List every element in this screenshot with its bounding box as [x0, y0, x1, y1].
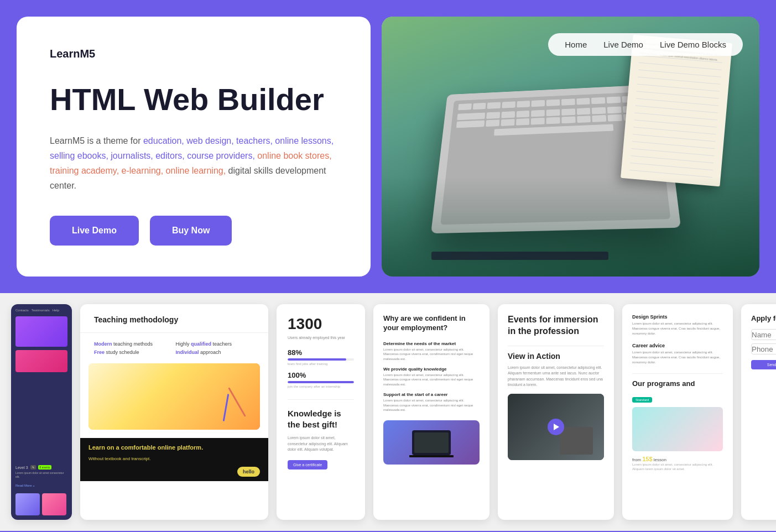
- laptop-image: [383, 420, 480, 465]
- apply-title: Apply for study: [751, 314, 776, 322]
- sidebar-purple-widget: [15, 316, 67, 347]
- stat-row-1: 88% learn find jobs after training: [288, 348, 354, 366]
- video-thumbnail[interactable]: [508, 394, 604, 460]
- knowledge-title: Knowledge is the best gift!: [288, 408, 354, 430]
- apply-name-field[interactable]: [751, 329, 776, 340]
- dark-sidebar-preview: Contacts Testimonials Help Level 3 ✎ 8 e…: [11, 304, 72, 520]
- design-item-1: Design Sprints Lorem ipsum dolor sit ame…: [632, 314, 723, 336]
- hero-description: LearnM5 is a theme for education, web de…: [50, 133, 337, 194]
- hero-buttons: Live Demo Buy Now: [50, 216, 337, 246]
- stat-bar-2: [288, 381, 354, 383]
- stat-desc-2: join the company after an internship: [288, 385, 354, 388]
- events-card: Events for immersion in the profession V…: [498, 304, 614, 520]
- live-demo-button[interactable]: Live Demo: [50, 216, 139, 246]
- hero-desc-text: LearnM5 is a theme for: [50, 136, 143, 145]
- stats-label: Users already employed this year: [288, 335, 354, 340]
- design-sprints-card: Design Sprints Lorem ipsum dolor sit ame…: [622, 304, 733, 520]
- tablet-bar: [431, 252, 608, 260]
- give-certificate-button[interactable]: Give a certificate: [288, 460, 327, 470]
- view-desc: Lorem ipsum dolor sit amet, consectetur …: [508, 365, 604, 388]
- teaching-methodology-card: Teaching methodology Modern teaching met…: [80, 304, 268, 520]
- platform-section: Learn on a comfortable online platform. …: [80, 438, 268, 481]
- why-item-1: Determine the needs of the market Lorem …: [383, 341, 480, 361]
- nav-home[interactable]: Home: [565, 40, 587, 49]
- hero-navigation: Home Live Demo Live Demo Blocks: [548, 33, 743, 56]
- stat-row-2: 100% join the company after an internshi…: [288, 371, 354, 388]
- stats-number: 1300: [288, 315, 354, 333]
- level-label: Level 3: [15, 466, 28, 470]
- sidebar-testimonials: Testimonials: [32, 309, 50, 312]
- book-visual: Lorem ipsum dolor sit amet consectetur a…: [621, 35, 732, 187]
- view-action-section: View in Action Lorem ipsum dolor sit ame…: [508, 346, 604, 460]
- why-confident-card: Why are we confident in your employment?…: [373, 304, 489, 520]
- stat-pct-1: 88%: [288, 348, 354, 357]
- preview-section: Contacts Testimonials Help Level 3 ✎ 8 e…: [0, 293, 776, 531]
- hero-left-panel: LearnM5 HTML Web Builder LearnM5 is a th…: [17, 17, 371, 277]
- apply-for-study-card: Apply for study Send an application: [741, 304, 776, 520]
- nav-live-demo-blocks[interactable]: Live Demo Blocks: [660, 40, 726, 49]
- hello-badge: hello: [237, 467, 260, 477]
- programs-thumbnail: [632, 407, 723, 451]
- design-item-2: Career advice Lorem ipsum dolor sit amet…: [632, 343, 723, 365]
- thumb-purple: [15, 493, 40, 515]
- apply-phone-field[interactable]: [751, 343, 776, 354]
- nav-live-demo[interactable]: Live Demo: [603, 40, 643, 49]
- play-button[interactable]: [548, 419, 564, 435]
- monitor-icon: [560, 427, 593, 455]
- teaching-grid: Modern teaching methods Highly qualified…: [80, 333, 268, 363]
- level-icon: ✎: [30, 465, 36, 470]
- teaching-item-2: Highly qualified teachers: [176, 341, 255, 347]
- programs-section: Our programs and Standard from 15$ lesso…: [632, 373, 723, 472]
- sidebar-lorem: Lorem ipsum dolor sit amet consectetur e…: [15, 471, 67, 479]
- sidebar-pink-widget: [15, 350, 67, 372]
- why-item-2: We provide quality knowledge Lorem ipsum…: [383, 367, 480, 387]
- stat-fill-2: [288, 381, 354, 383]
- hero-section: LearnM5 HTML Web Builder LearnM5 is a th…: [0, 0, 776, 293]
- buy-now-button[interactable]: Buy Now: [150, 216, 232, 246]
- hero-image: Lorem ipsum dolor sit amet consectetur a…: [382, 17, 759, 277]
- stats-card: 1300 Users already employed this year 88…: [277, 304, 365, 520]
- why-item-3: Support at the start of a career Lorem i…: [383, 392, 480, 412]
- programs-desc: Lorem ipsum dolor sit amet, consectetur …: [632, 462, 723, 472]
- play-triangle-icon: [554, 424, 559, 430]
- stat-bar-1: [288, 358, 354, 361]
- teaching-item-3: Free study schedule: [94, 350, 173, 355]
- laptop-icon: [412, 430, 451, 455]
- stat-pct-2: 100%: [288, 371, 354, 379]
- programs-badge: Standard: [632, 397, 652, 403]
- platform-title: Learn on a comfortable online platform.: [88, 444, 260, 451]
- teaching-item-1: Modern teaching methods: [94, 341, 173, 347]
- why-title: Why are we confident in your employment?: [383, 314, 480, 333]
- events-title: Events for immersion in the profession: [508, 314, 604, 337]
- teaching-title: Teaching methodology: [80, 304, 268, 333]
- programs-title: Our programs and: [632, 379, 723, 388]
- stat-desc-1: learn find jobs after training: [288, 362, 354, 366]
- sidebar-contacts: Contacts: [15, 309, 29, 312]
- gradient-overlay: [382, 177, 759, 277]
- knowledge-section: Knowledge is the best gift! Lorem ipsum …: [288, 399, 354, 470]
- thumb-magenta: [42, 493, 66, 515]
- apply-submit-button[interactable]: Send an application: [751, 360, 776, 369]
- read-more-link[interactable]: Read More »: [15, 484, 35, 487]
- hero-right-panel: Lorem ipsum dolor sit amet consectetur a…: [382, 17, 759, 277]
- view-title: View in Action: [508, 352, 604, 361]
- hero-title: HTML Web Builder: [50, 82, 337, 117]
- events-badge: 8 events: [38, 465, 52, 470]
- stat-fill-1: [288, 358, 346, 361]
- teaching-item-4: Individual approach: [176, 350, 255, 355]
- platform-subtitle: Without textbook and transcript.: [88, 456, 260, 461]
- brand-logo: LearnM5: [50, 48, 337, 60]
- programs-price: from 15$ lesson: [632, 456, 723, 462]
- knowledge-desc: Lorem ipsum dolor sit amet, consectetur …: [288, 435, 354, 453]
- teaching-image: [88, 363, 260, 430]
